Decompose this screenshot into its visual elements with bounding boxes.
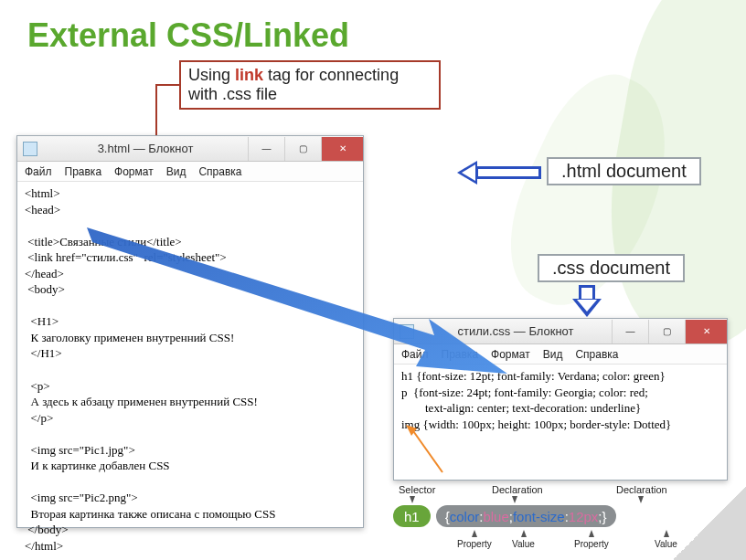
close-button[interactable]: ✕ <box>321 137 363 161</box>
menu-item[interactable]: Формат <box>491 348 530 361</box>
pointer-icon <box>664 530 669 537</box>
label-value: Value <box>512 539 535 549</box>
menu-item[interactable]: Справка <box>198 165 241 178</box>
connector-line <box>155 84 179 86</box>
window-title: стили.css — Блокнот <box>420 324 612 338</box>
menu-bar: Файл Правка Формат Вид Справка <box>17 162 363 182</box>
editor-body[interactable]: <html> <head> <title>Связанные стили</ti… <box>17 182 363 560</box>
label-selector: Selector <box>399 484 435 495</box>
label-property: Property <box>574 539 609 549</box>
window-titlebar: стили.css — Блокнот — ▢ ✕ <box>394 319 727 344</box>
menu-item[interactable]: Файл <box>25 165 52 178</box>
menu-item[interactable]: Формат <box>114 165 154 178</box>
value-token: 12px <box>569 509 599 524</box>
pointer-icon <box>512 496 517 503</box>
menu-item[interactable]: Правка <box>65 165 102 178</box>
css-syntax-diagram: Selector Declaration Declaration h1 { co… <box>393 484 731 555</box>
notepad-window-css: стили.css — Блокнот — ▢ ✕ Файл Правка Фо… <box>393 318 728 481</box>
window-titlebar: 3.html — Блокнот — ▢ ✕ <box>17 136 363 162</box>
property-token: font-size <box>513 509 565 524</box>
pointer-icon <box>638 496 644 503</box>
menu-item[interactable]: Справка <box>575 348 618 361</box>
app-icon <box>23 142 37 156</box>
pointer-icon <box>521 530 527 537</box>
arrow-to-html-window <box>457 161 541 185</box>
pointer-icon <box>589 530 594 537</box>
maximize-button[interactable]: ▢ <box>284 137 321 161</box>
value-token: blue <box>483 509 508 524</box>
menu-bar: Файл Правка Формат Вид Справка <box>394 344 727 365</box>
menu-item[interactable]: Правка <box>442 348 479 361</box>
label-html-document: .html document <box>547 157 701 185</box>
app-icon <box>400 324 414 339</box>
maximize-button[interactable]: ▢ <box>648 320 685 343</box>
pointer-icon <box>410 496 415 503</box>
minimize-button[interactable]: — <box>248 137 284 161</box>
close-button[interactable]: ✕ <box>685 320 727 343</box>
label-declaration: Declaration <box>492 484 543 495</box>
pointer-icon <box>472 530 477 537</box>
menu-item[interactable]: Файл <box>401 348 429 361</box>
callout-emphasis: link <box>235 66 263 84</box>
brace: } <box>602 509 607 524</box>
selector-pill: h1 <box>393 505 431 527</box>
declaration-pill: { color:blue; font-size:12px; } <box>436 505 616 527</box>
window-title: 3.html — Блокнот <box>43 142 248 155</box>
minimize-button[interactable]: — <box>612 320 648 343</box>
arrow-to-css-window <box>572 285 602 318</box>
slide-title: External CSS/Linked <box>27 16 349 55</box>
label-css-document: .css document <box>538 254 685 282</box>
callout-text: Using <box>188 66 235 84</box>
editor-body[interactable]: h1 {font-size: 12pt; font-family: Verdan… <box>394 365 727 439</box>
notepad-window-html: 3.html — Блокнот — ▢ ✕ Файл Правка Форма… <box>16 135 364 528</box>
menu-item[interactable]: Вид <box>166 165 186 178</box>
label-declaration: Declaration <box>616 484 667 495</box>
menu-item[interactable]: Вид <box>543 348 563 361</box>
property-token: color <box>450 509 480 524</box>
label-value: Value <box>655 539 677 549</box>
label-property: Property <box>457 539 492 549</box>
callout-link-tag: Using link tag for connecting with .css … <box>179 60 441 110</box>
